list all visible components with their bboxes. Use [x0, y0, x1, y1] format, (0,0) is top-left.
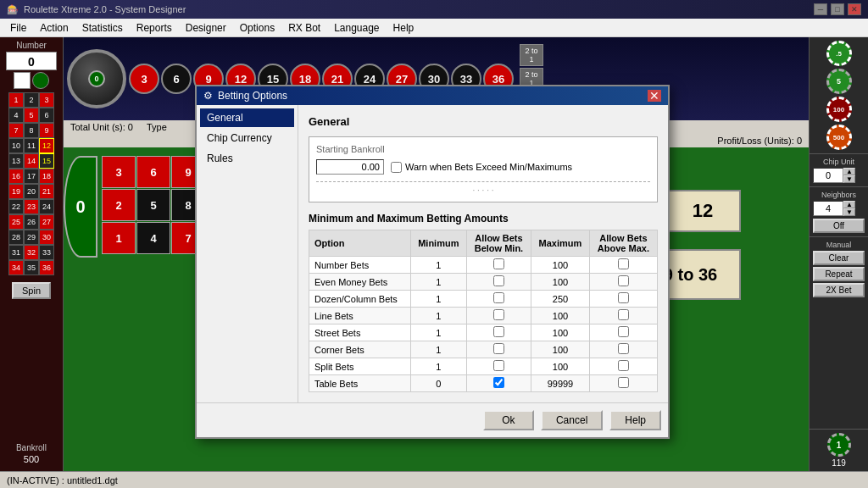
- table-row: Corner Bets 1 100: [309, 341, 658, 358]
- row-maximum: 100: [531, 274, 590, 291]
- row-minimum: 1: [410, 257, 466, 274]
- row-allow-below[interactable]: [466, 308, 531, 324]
- row-allow-above[interactable]: [589, 358, 657, 375]
- allow-above-checkbox[interactable]: [618, 360, 629, 371]
- table-row: Line Bets 1 100: [309, 308, 658, 324]
- col-option: Option: [309, 230, 411, 257]
- table-row: Street Bets 1 100: [309, 324, 658, 341]
- row-option: Street Bets: [309, 324, 411, 341]
- col-allow-below: Allow BetsBelow Min.: [466, 230, 531, 257]
- row-allow-below[interactable]: [466, 358, 531, 375]
- dialog-title-bar: ⚙ Betting Options ✕: [197, 86, 668, 105]
- row-option: Table Bets: [309, 375, 411, 392]
- row-allow-above[interactable]: [589, 308, 657, 324]
- allow-below-checkbox[interactable]: [493, 377, 504, 388]
- row-maximum: 100: [531, 358, 590, 375]
- allow-above-checkbox[interactable]: [618, 292, 629, 303]
- allow-above-checkbox[interactable]: [618, 275, 629, 286]
- table-row: Split Bets 1 100: [309, 358, 658, 375]
- row-allow-above[interactable]: [589, 274, 657, 291]
- row-maximum: 100: [531, 341, 590, 358]
- row-minimum: 1: [410, 291, 466, 308]
- warn-label: Warn when Bets Exceed Min/Maximums: [405, 162, 572, 172]
- tab-rules[interactable]: Rules: [200, 149, 294, 168]
- betting-table: Option Minimum Allow BetsBelow Min. Maxi…: [309, 230, 658, 392]
- table-row: Even Money Bets 1 100: [309, 274, 658, 291]
- row-option: Even Money Bets: [309, 274, 411, 291]
- row-minimum: 1: [410, 358, 466, 375]
- ok-button[interactable]: Ok: [483, 410, 534, 430]
- allow-below-checkbox[interactable]: [493, 292, 504, 303]
- row-allow-below[interactable]: [466, 324, 531, 341]
- row-allow-below[interactable]: [466, 257, 531, 274]
- allow-below-checkbox[interactable]: [493, 326, 504, 337]
- row-option: Line Bets: [309, 308, 411, 324]
- tab-general[interactable]: General: [200, 108, 294, 127]
- table-row: Table Bets 0 99999: [309, 375, 658, 392]
- dialog-content-area: General Starting Bankroll Warn when Bets…: [298, 105, 668, 402]
- row-allow-above[interactable]: [589, 324, 657, 341]
- bankroll-input-row: Warn when Bets Exceed Min/Maximums: [316, 159, 650, 175]
- starting-bankroll-input[interactable]: [316, 159, 384, 175]
- col-minimum: Minimum: [410, 230, 466, 257]
- row-minimum: 1: [410, 308, 466, 324]
- row-option: Number Bets: [309, 257, 411, 274]
- starting-bankroll-label: Starting Bankroll: [316, 144, 650, 154]
- allow-above-checkbox[interactable]: [618, 309, 629, 320]
- row-maximum: 100: [531, 257, 590, 274]
- min-max-title: Minimum and Maximum Betting Amounts: [309, 213, 658, 225]
- row-allow-below[interactable]: [466, 341, 531, 358]
- row-maximum: 100: [531, 308, 590, 324]
- dialog-body: General Chip Currency Rules General Star…: [197, 105, 668, 402]
- row-minimum: 1: [410, 324, 466, 341]
- row-maximum: 250: [531, 291, 590, 308]
- row-allow-below[interactable]: [466, 375, 531, 392]
- row-allow-above[interactable]: [589, 341, 657, 358]
- warn-checkbox-row: Warn when Bets Exceed Min/Maximums: [391, 162, 572, 173]
- row-option: Split Bets: [309, 358, 411, 375]
- allow-above-checkbox[interactable]: [618, 377, 629, 388]
- allow-below-checkbox[interactable]: [493, 360, 504, 371]
- warn-checkbox[interactable]: [391, 162, 402, 173]
- row-maximum: 99999: [531, 375, 590, 392]
- row-minimum: 1: [410, 274, 466, 291]
- dialog-title-text: Betting Options: [218, 90, 287, 102]
- starting-bankroll-section: Starting Bankroll Warn when Bets Exceed …: [309, 136, 658, 202]
- table-row: Number Bets 1 100: [309, 257, 658, 274]
- table-row: Dozen/Column Bets 1 250: [309, 291, 658, 308]
- tab-chip-currency[interactable]: Chip Currency: [200, 129, 294, 147]
- help-button[interactable]: Help: [609, 410, 661, 430]
- row-minimum: 0: [410, 375, 466, 392]
- min-max-section: Minimum and Maximum Betting Amounts Opti…: [309, 213, 658, 392]
- general-section-title: General: [309, 115, 658, 128]
- row-allow-above[interactable]: [589, 291, 657, 308]
- col-maximum: Maximum: [531, 230, 590, 257]
- dialog-tabs: General Chip Currency Rules: [197, 105, 298, 402]
- row-minimum: 1: [410, 341, 466, 358]
- allow-below-checkbox[interactable]: [493, 343, 504, 354]
- resize-handle: · · · · ·: [316, 181, 650, 195]
- row-allow-below[interactable]: [466, 291, 531, 308]
- row-option: Corner Bets: [309, 341, 411, 358]
- dialog-icon: ⚙: [203, 90, 213, 102]
- allow-above-checkbox[interactable]: [618, 326, 629, 337]
- row-allow-below[interactable]: [466, 274, 531, 291]
- allow-below-checkbox[interactable]: [493, 258, 504, 269]
- allow-above-checkbox[interactable]: [618, 258, 629, 269]
- betting-options-dialog: ⚙ Betting Options ✕ General Chip Currenc…: [195, 85, 670, 439]
- dialog-close-button[interactable]: ✕: [648, 90, 661, 102]
- row-maximum: 100: [531, 324, 590, 341]
- allow-above-checkbox[interactable]: [618, 343, 629, 354]
- col-allow-above: Allow BetsAbove Max.: [589, 230, 657, 257]
- dialog-overlay: ⚙ Betting Options ✕ General Chip Currenc…: [0, 0, 868, 488]
- dialog-footer: Ok Cancel Help: [197, 402, 668, 437]
- cancel-button[interactable]: Cancel: [541, 410, 603, 430]
- allow-below-checkbox[interactable]: [493, 275, 504, 286]
- row-allow-above[interactable]: [589, 375, 657, 392]
- allow-below-checkbox[interactable]: [493, 309, 504, 320]
- row-option: Dozen/Column Bets: [309, 291, 411, 308]
- row-allow-above[interactable]: [589, 257, 657, 274]
